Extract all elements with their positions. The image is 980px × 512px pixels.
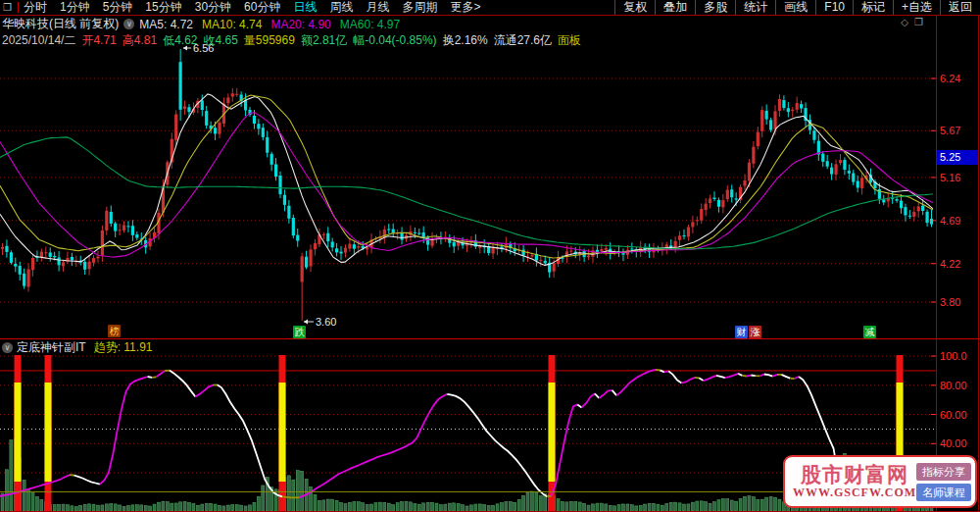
histogram-bar — [166, 502, 169, 511]
histogram-bar — [644, 504, 647, 511]
event-flag-榜[interactable]: 榜 — [108, 325, 121, 337]
event-flag-减[interactable]: 减 — [863, 326, 876, 338]
histogram-bar — [774, 497, 777, 511]
quote-token: 额2.81亿 — [301, 32, 347, 49]
watermark: 股市财富网 WWW.GSCFW.COM 指标分享 名师课程 — [783, 455, 977, 508]
candle — [366, 247, 368, 249]
candle — [53, 256, 56, 258]
toolbar-button-叠加[interactable]: 叠加 — [655, 0, 695, 15]
toolbar-button-返回[interactable]: 返回 — [940, 0, 980, 15]
candle — [757, 132, 760, 146]
menu-item-多周期[interactable]: 多周期 — [402, 0, 437, 14]
histogram-bar — [405, 501, 408, 511]
candle — [348, 244, 351, 249]
menu-item-日线[interactable]: 日线 — [293, 0, 317, 14]
histogram-bar — [613, 506, 616, 511]
candle — [852, 174, 855, 182]
candle — [235, 94, 238, 95]
window-icon[interactable]: ❐ — [3, 0, 12, 15]
histogram-bar — [62, 504, 65, 511]
histogram-bar — [683, 504, 686, 511]
candle — [387, 229, 390, 230]
candle — [101, 230, 104, 255]
histogram-bar — [744, 496, 747, 511]
candle — [131, 226, 134, 235]
watermark-title: 股市财富网 — [793, 463, 916, 486]
histogram-bar — [314, 494, 317, 511]
candle — [187, 107, 190, 112]
chart-corner-icons[interactable]: ◇❐ — [901, 17, 929, 27]
quote-token: 量595969 — [244, 32, 295, 49]
candle — [331, 241, 334, 247]
toolbar-button-标记[interactable]: 标记 — [853, 0, 893, 15]
menu-item-周线[interactable]: 周线 — [329, 0, 353, 14]
candle — [848, 171, 851, 174]
candle — [14, 264, 17, 267]
ma-values: MA5: 4.72MA10: 4.74MA20: 4.90MA60: 4.97 — [139, 18, 409, 31]
period-menu-items: 分时1分钟5分钟15分钟30分钟60分钟日线周线月线多周期更多> — [24, 0, 493, 16]
oscillator-line — [764, 375, 773, 377]
menu-item-30分钟[interactable]: 30分钟 — [195, 0, 231, 14]
menu-item-分时[interactable]: 分时 — [24, 0, 47, 14]
menu-item-月线[interactable]: 月线 — [366, 0, 389, 14]
toolbar-button-F10[interactable]: F10 — [815, 0, 853, 15]
histogram-bar — [583, 503, 586, 511]
histogram-bar — [174, 503, 177, 511]
menu-item-1分钟[interactable]: 1分钟 — [60, 0, 90, 14]
histogram-bar — [578, 502, 581, 511]
price-axis-label: 5.16 — [940, 172, 979, 183]
oscillator-line — [595, 393, 599, 398]
menu-item-更多>[interactable]: 更多> — [450, 0, 480, 14]
toolbar-button-复权[interactable]: 复权 — [614, 0, 655, 15]
histogram-bar — [383, 502, 386, 511]
histogram-bar — [140, 505, 143, 511]
oscillator-line — [577, 404, 581, 407]
symbol-title[interactable]: 华映科技(日线 前复权) — [2, 16, 119, 32]
chevron-down-icon[interactable]: ∨ — [123, 19, 134, 29]
oscillator-line — [282, 496, 300, 497]
event-flag-跌[interactable]: 跌 — [293, 326, 306, 338]
candle — [62, 262, 65, 266]
menu-item-60分钟[interactable]: 60分钟 — [244, 0, 280, 14]
oscillator-line — [148, 377, 153, 378]
histogram-bar — [726, 499, 729, 511]
oscillator-line — [195, 385, 213, 397]
event-flag-财[interactable]: 财 — [735, 326, 748, 338]
toolbar: 复权叠加多股统计画线F10标记+自选返回 — [614, 0, 980, 15]
oscillator-line — [170, 371, 196, 397]
oscillator-line — [695, 378, 699, 379]
oscillator-line — [795, 377, 799, 379]
quote-token: 流通27.6亿 — [494, 32, 552, 49]
candle — [301, 256, 304, 282]
candle — [765, 111, 768, 120]
oscillator-line — [218, 384, 283, 496]
histogram-bar — [653, 503, 656, 511]
histogram-bar — [135, 505, 138, 511]
chevron-down-icon[interactable]: ∨ — [2, 342, 13, 353]
toolbar-button-画线[interactable]: 画线 — [775, 0, 815, 15]
candle — [262, 128, 265, 137]
menu-item-15分钟[interactable]: 15分钟 — [145, 0, 181, 14]
histogram-bar — [126, 506, 129, 511]
candle — [31, 258, 34, 270]
histogram-bar — [27, 490, 30, 511]
candle — [335, 248, 338, 252]
candle — [83, 262, 86, 270]
oscillator-line — [152, 377, 156, 378]
candle — [674, 241, 677, 248]
toolbar-button-+自选[interactable]: +自选 — [893, 0, 940, 15]
histogram-bar — [110, 503, 113, 511]
menu-item-5分钟[interactable]: 5分钟 — [103, 0, 133, 14]
candle — [135, 234, 138, 237]
oscillator-line — [716, 376, 725, 378]
indicator-name[interactable]: 定底神针副IT — [17, 339, 86, 356]
histogram-bar — [769, 496, 772, 511]
event-flag-涨[interactable]: 涨 — [749, 326, 761, 338]
candle — [491, 248, 494, 254]
candle — [912, 212, 915, 217]
menu-divider — [18, 2, 19, 13]
histogram-bar — [58, 504, 61, 511]
toolbar-button-统计[interactable]: 统计 — [735, 0, 775, 15]
candle — [800, 104, 803, 108]
toolbar-button-多股[interactable]: 多股 — [695, 0, 735, 15]
